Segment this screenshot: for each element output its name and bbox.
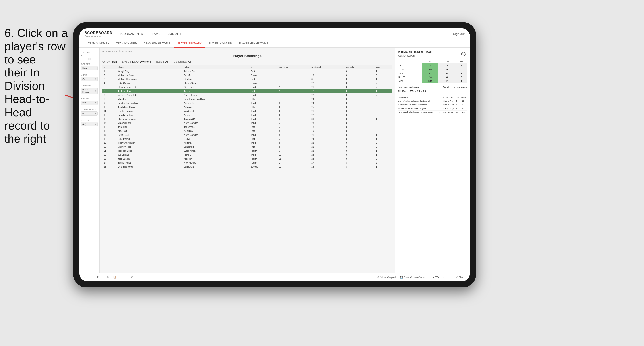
cell-school: Arizona State [182,69,249,73]
cell-reg: 11 [277,157,310,161]
col-yr: Yr [249,65,278,69]
sub-nav-player-h2h-heatmap[interactable]: PLAYER H2H HEATMAP [236,40,272,47]
cell-school: Missouri [182,157,249,161]
cell-player: Maxwell Ford [116,121,183,125]
cell-player: Mats Ege [116,97,183,101]
table-row[interactable]: 19 Tiger Christensen Arizona Third 8 23 … [102,141,392,145]
cell-school: New Mexico [182,161,249,165]
cell-school: Florida State [182,81,249,85]
table-row[interactable]: 22 Ian Gilligan Florida Third 10 24 8 1 [102,153,392,157]
copy-button[interactable]: ⎘ [106,275,110,279]
h2h-close-button[interactable]: ✕ [461,52,466,56]
share-label: Share [459,276,465,279]
player-select[interactable]: (All) ▼ [81,122,98,127]
table-row[interactable]: 25 Cole Sherwood Vanderbilt Second 12 23… [102,165,392,169]
cell-player: Tiger Christensen [116,141,183,145]
refresh-button[interactable]: ↺ [130,275,134,279]
sign-out-area: | Sign out [451,31,464,36]
region-label: Region [81,98,98,100]
scissors-button[interactable]: ✂ [119,275,124,279]
sub-nav-player-summary[interactable]: PLAYER SUMMARY [174,40,205,47]
col-player: Player [116,65,183,69]
cell-conf: 17 [310,89,345,93]
cell-win: 0 [374,121,392,125]
table-row[interactable]: 11 Gordon Sargent Vanderbilt Third 4 21 … [102,109,392,113]
conference-select[interactable]: (All) ▼ [81,111,98,116]
paste-button[interactable]: 📋 [112,275,118,279]
gender-select[interactable]: Men [81,66,98,70]
table-row[interactable]: 10 Jacob Mac Diease Arkansas Fifth 4 25 … [102,105,392,109]
wlt-loss: 4 [438,71,455,75]
cell-yr: First [249,77,278,81]
table-row[interactable]: 17 David Ford North Carolina Third 8 21 … [102,133,392,137]
col-reg-rank: Reg Rank [277,65,310,69]
cell-win: 2 [374,161,392,165]
tourn-pos: 4 [455,99,460,103]
table-row[interactable]: 12 Brendan Valdes Auburn Third 4 27 8 0 [102,113,392,117]
table-row[interactable]: 16 Alex Goff Kentucky Fifth 8 19 8 0 [102,129,392,133]
view-original-button[interactable]: 👁 View: Original [376,275,397,279]
cell-school: Georgia Tech [182,85,249,89]
cell-yr: Second [249,73,278,77]
nav-committee[interactable]: COMMITTEE [168,31,186,36]
save-custom-button[interactable]: 💾 Save Custom View [398,275,426,279]
cell-school: Florida [182,153,249,157]
cell-rds: 8 [345,101,375,105]
cell-school: Auburn [182,113,249,117]
table-row[interactable]: 4 Luke Claton Florida State Second 1 27 … [102,81,392,85]
division-select[interactable]: NCAA Division I ▼ [81,88,98,94]
table-row[interactable]: 18 Luke Powell UCLA First 6 24 8 1 [102,137,392,141]
sub-nav-team-summary[interactable]: TEAM SUMMARY [84,40,113,47]
sub-nav-player-h2h-grid[interactable]: PLAYER H2H GRID [205,40,236,47]
tourn-col-pos: Pos [455,96,460,99]
table-row[interactable]: 15 Jake Hall Tennessee Fifth 6 18 8 0 [102,125,392,129]
table-row[interactable]: 7 Nicholas Gabrelcik North Florida Fourt… [102,93,392,97]
player-label: Player [81,119,98,121]
region-select[interactable]: N/a ▼ [81,101,98,105]
table-row[interactable]: 8 Mats Ege East Tennessee State Fifth 1 … [102,97,392,101]
nav-teams[interactable]: TEAMS [150,31,160,36]
wlt-win: 8 [422,63,439,68]
filters-row: Gender: Men Division: NCAA Division I Re… [102,60,392,63]
table-row[interactable]: 21 Taehoon Song Washington Fourth 6 23 8… [102,149,392,153]
table-row[interactable]: 14 Maxwell Ford North Carolina Third 6 2… [102,121,392,125]
table-row[interactable]: 5 Christo Lamprecht Georgia Tech Fourth … [102,85,392,89]
sub-nav-team-h2h-heatmap[interactable]: TEAM H2H HEATMAP [140,40,174,47]
table-row[interactable]: 6 Jackson Koivun Auburn First 2 17 8 1 [102,89,392,93]
watch-button[interactable]: ▶ Watch ▾ [432,275,446,279]
cell-reg: 8 [277,129,310,133]
sign-out-button[interactable]: Sign out [453,31,464,36]
cell-player: Brendan Valdes [116,113,183,117]
cell-num: 21 [102,149,116,153]
conference-filter: Conference: All [174,60,191,63]
table-row[interactable]: 2 Michael La Sasse Ole Miss Second 1 19 … [102,73,392,77]
undo-button[interactable]: ↩ [83,275,88,279]
table-row[interactable]: 9 Preston Summerhays Arizona State Third… [102,101,392,105]
cell-player: Jacob Mac Diease [116,105,183,109]
more-options-button[interactable]: ⋯ [448,275,453,279]
cell-win: 1 [374,137,392,141]
table-row[interactable]: 20 Matthew Riedel Vanderbilt Fifth 8 22 … [102,145,392,149]
table-row[interactable]: 3 Michael Thorbjornsen Stanford First 1 … [102,77,392,81]
no-rds-slider[interactable] [81,59,98,59]
table-row[interactable]: 13 Phichakun Maichon Texas A&M Third 6 3… [102,117,392,121]
table-row[interactable]: 23 Jack Lundin Missouri Fourth 11 24 8 0 [102,157,392,161]
table-row[interactable]: 1 Wenyi Ding Arizona State First 1 1 8 1 [102,69,392,73]
gender-filter: Gender: Men [102,60,117,63]
region-section: Region N/a ▼ [81,98,98,105]
update-time: Update time: 27/03/2024 16:56:26 [102,50,392,52]
table-row[interactable]: 24 Bastien Amat New Mexico Fourth 1 27 8… [102,161,392,165]
redo-button[interactable]: ↪ [89,275,94,279]
nav-tournaments[interactable]: TOURNAMENTS [120,31,143,36]
redo2-button[interactable]: ⟳ [96,275,100,279]
cell-conf: 21 [310,133,345,137]
share-button[interactable]: ↗ Share [454,275,466,279]
cell-school: Arkansas [182,105,249,109]
tourn-score: -17 [460,99,467,103]
cell-win: 0 [374,129,392,133]
cell-win: 1 [374,117,392,121]
cell-reg: 8 [277,145,310,149]
tournament-row: Mirabel Maui Jim Intercollegiate Stroke … [398,107,467,111]
year-select[interactable]: (All) ▼ [81,77,98,81]
sub-nav-team-h2h-grid[interactable]: TEAM H2H GRID [113,40,141,47]
